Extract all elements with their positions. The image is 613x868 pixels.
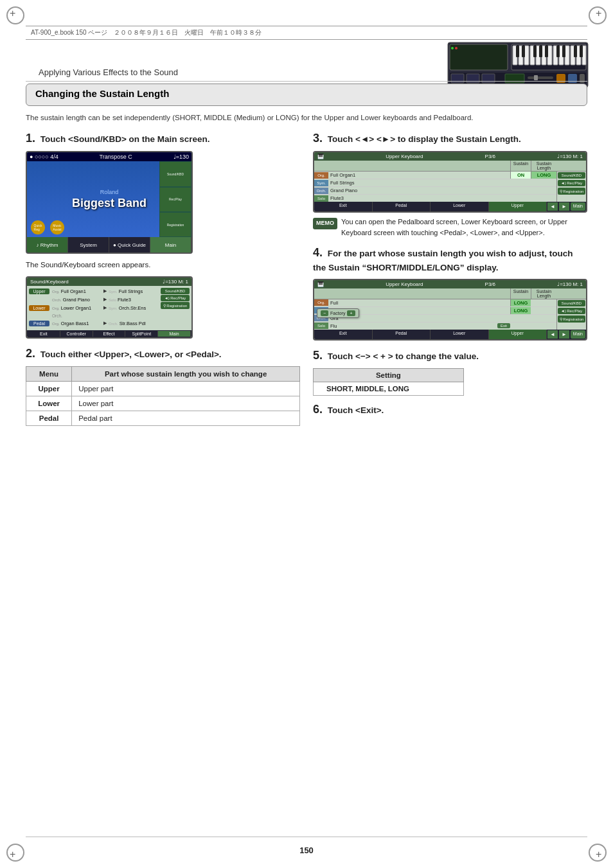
sound-kbd-label: Sound/KBD <box>167 172 184 176</box>
pedal-part: Pedal part <box>72 411 300 425</box>
plus-button[interactable]: + <box>347 310 355 316</box>
sound-kbd-button[interactable]: Sound/KBD <box>159 161 191 186</box>
sk-lower-row2: Orch. <box>29 313 159 319</box>
main-screen-mockup: ● ○○○○ 4/4 Transpose C ♩=130 Roland Bigg… <box>26 151 193 254</box>
uk3-row4-name: Flute3 <box>328 195 510 202</box>
memo-icon: MEMO <box>313 218 337 229</box>
table-row: Lower Lower part <box>26 396 300 411</box>
rec-play-button[interactable]: Rec/Play <box>159 187 191 212</box>
svg-point-25 <box>451 47 454 49</box>
uk3-col2-header: Sustain Length <box>531 161 556 171</box>
uk3-lower-btn[interactable]: Lower <box>431 202 489 211</box>
setting-row: SHORT, MIDDLE, LONG <box>314 382 464 395</box>
system-btn[interactable]: System <box>68 237 109 252</box>
uk3-exit-btn[interactable]: Exit <box>314 202 373 211</box>
sk-controller-btn[interactable]: Controller <box>60 331 93 337</box>
quick-guide-label: ● Quick Guide <box>113 242 146 248</box>
uk3-recplay-btn[interactable]: ◄) Rec/Play <box>558 180 585 186</box>
quick-guide-btn[interactable]: ● Quick Guide <box>109 237 150 252</box>
uk4-lower-btn[interactable]: Lower <box>431 330 489 339</box>
col2-header: Part whose sustain length you wish to ch… <box>72 366 300 381</box>
uk3-prev-btn[interactable]: ◄ <box>547 202 558 211</box>
step4-number: 4. <box>313 246 323 259</box>
svg-rect-32 <box>528 76 553 79</box>
uk3-row2: Sym. Full Strings <box>314 179 556 187</box>
band-name-display: Biggest Band <box>72 197 147 210</box>
right-column: 3. Touch <◄> <►> to display the Sustain … <box>313 130 587 432</box>
uk3-right-buttons: Sound/KBD ◄) Rec/Play ⚲ Registration <box>556 172 586 202</box>
uk4-reg-btn[interactable]: ⚲ Registration <box>558 315 585 323</box>
uk3-bpm: ♩=130 M: 1 <box>557 154 583 159</box>
setting-header: Setting <box>314 368 464 382</box>
step4-heading: 4. For the part whose sustain length you… <box>313 244 587 274</box>
uk4-exit-popup-btn[interactable]: Exit <box>497 323 510 328</box>
sk-exit-btn[interactable]: Exit <box>28 331 60 337</box>
uk4-exit-btn[interactable]: Exit <box>314 330 373 339</box>
uk4-recplay-btn[interactable]: ◄) Rec/Play <box>558 308 585 314</box>
sk-lower-row: Lower Org. Lower Organ1 ▶ Sym. Orch.Str.… <box>29 305 159 312</box>
uk4-row1-v1: LONG <box>510 299 531 306</box>
main-btn[interactable]: Main <box>150 237 191 252</box>
uk3-next-btn[interactable]: ► <box>559 202 569 211</box>
uk4-next-btn[interactable]: ► <box>559 330 569 339</box>
step1-sub: The Sound/Keyboard screen appears. <box>26 259 300 270</box>
logo-display: Roland <box>100 189 119 195</box>
svg-rect-12 <box>565 46 569 65</box>
step2-heading: 2. Touch either <Upper>, <Lower>, or <Pe… <box>26 345 300 362</box>
crosshair-br <box>595 850 604 859</box>
minus-button[interactable]: − <box>321 310 328 316</box>
uk4-row4-name: Flu <box>328 323 496 330</box>
main-label: Main <box>165 242 176 248</box>
sk-main-btn[interactable]: Main <box>158 331 191 337</box>
sk-recplay-btn[interactable]: ◄) Rec/Play <box>161 295 190 301</box>
uk3-pedal-btn[interactable]: Pedal <box>373 202 431 211</box>
uk4-nav-btns: ◄ ► <box>547 330 570 339</box>
uk3-spacer <box>314 161 510 171</box>
uk3-upper-btn[interactable]: Upper <box>489 202 547 211</box>
step3-number: 3. <box>313 132 323 145</box>
uk4-main-btn[interactable]: Main <box>571 330 585 339</box>
svg-rect-20 <box>545 46 548 57</box>
svg-rect-24 <box>580 46 583 57</box>
uk3-reg-btn[interactable]: ⚲ Registration <box>558 188 585 195</box>
main-screen-right-buttons: Sound/KBD Rec/Play Registration <box>159 161 191 237</box>
uk3-row1-label: Org. <box>314 172 328 179</box>
step6-number: 6. <box>313 403 323 416</box>
rhythm-btn[interactable]: ♪ Rhythm <box>27 237 68 252</box>
setting-values: SHORT, MIDDLE, LONG <box>314 382 464 395</box>
header-text: AT-900_e.book 150 ページ ２００８年９月１６日 火曜日 午前１… <box>31 28 262 37</box>
step2-number: 2. <box>26 347 35 360</box>
uk3-soundkbd-btn[interactable]: Sound/KBD <box>558 172 585 179</box>
uk3-title: Upper Keyboard <box>386 154 423 159</box>
uk4-pedal-btn[interactable]: Pedal <box>373 330 431 339</box>
uk4-body: Org. Full LONG Sym. Full LONG <box>314 299 586 330</box>
upper-label: Upper <box>29 288 49 294</box>
svg-point-26 <box>455 47 458 49</box>
pedal-org: Org. Organ Bass1 <box>51 320 103 327</box>
crosshair-tl <box>9 9 18 18</box>
sk-soundkbd-btn[interactable]: Sound/KBD <box>161 288 190 294</box>
bpm-display: ♩=130 <box>173 154 189 160</box>
lower-org: Org. Lower Organ1 <box>51 305 103 312</box>
uk4-prev-btn[interactable]: ◄ <box>547 330 558 339</box>
lower-label: Lower <box>29 305 49 311</box>
uk3-main-btn[interactable]: Main <box>571 202 585 211</box>
uk4-soundkbd-btn[interactable]: Sound/KBD <box>558 300 585 306</box>
upper-solo: Solo Flute3 <box>107 296 159 303</box>
uk3-row1-name: Full Organ1 <box>328 172 510 179</box>
quick-reg-icon: QuickReg <box>31 220 45 235</box>
uk4-upper-btn[interactable]: Upper <box>489 330 547 339</box>
svg-rect-17 <box>522 46 525 57</box>
uk4-right-spacer <box>556 288 586 299</box>
uk3-right-spacer <box>556 161 586 171</box>
main-content: Changing the Sustain Length The sustain … <box>26 84 587 836</box>
step1-container: 1. Touch <Sound/KBD> on the Main screen.… <box>26 130 300 338</box>
step6-heading: 6. Touch <Exit>. <box>313 401 587 418</box>
uk3-row4-label: Solo <box>314 195 328 202</box>
sk-effect-btn[interactable]: Effect <box>93 331 126 337</box>
sk-splitpoint-btn[interactable]: SplitPoint <box>125 331 158 337</box>
step2-container: 2. Touch either <Upper>, <Lower>, or <Pe… <box>26 345 300 426</box>
uk3-row2-label: Sym. <box>314 180 328 186</box>
sk-reg-btn[interactable]: ⚲ Registration <box>161 302 190 309</box>
registration-button[interactable]: Registration <box>159 212 191 237</box>
